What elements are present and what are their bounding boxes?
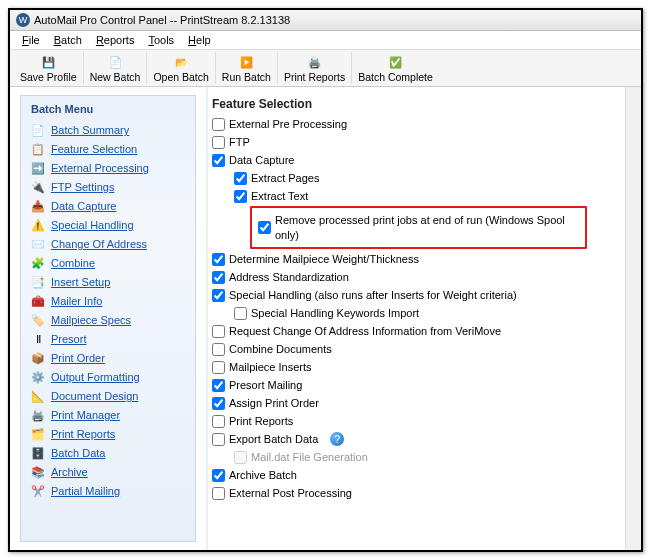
- run-batch-button[interactable]: ▶️ Run Batch: [216, 52, 278, 84]
- sidebar-item-label[interactable]: External Processing: [51, 160, 149, 177]
- sidebar-item-label[interactable]: Document Design: [51, 388, 138, 405]
- checkbox-print-reports[interactable]: [212, 415, 225, 428]
- menu-file[interactable]: FFileile: [16, 32, 46, 48]
- sidebar-item-feature-selection[interactable]: 📋Feature Selection: [23, 140, 193, 159]
- checkbox-export-batch-data[interactable]: [212, 433, 225, 446]
- checkbox-mailpiece-inserts[interactable]: [212, 361, 225, 374]
- toolbtn-label: Open Batch: [153, 71, 208, 83]
- menu-tools[interactable]: ToolsTools: [142, 32, 180, 48]
- feature-row-data-capture: Data Capture: [212, 151, 617, 169]
- sidebar-item-label[interactable]: Data Capture: [51, 198, 116, 215]
- sidebar-item-label[interactable]: Feature Selection: [51, 141, 137, 158]
- sidebar-item-ftp-settings[interactable]: 🔌FTP Settings: [23, 178, 193, 197]
- toolbtn-label: Run Batch: [222, 71, 271, 83]
- sidebar-item-insert-setup[interactable]: 📑Insert Setup: [23, 273, 193, 292]
- feature-label: Request Change Of Address Information fr…: [229, 324, 501, 339]
- sidebar-item-batch-data[interactable]: 🗄️Batch Data: [23, 444, 193, 463]
- feature-label: Determine Mailpiece Weight/Thickness: [229, 252, 419, 267]
- checkbox-archive-batch[interactable]: [212, 469, 225, 482]
- sidebar-item-combine[interactable]: 🧩Combine: [23, 254, 193, 273]
- sidebar-item-label[interactable]: Presort: [51, 331, 86, 348]
- checkbox-presort-mailing[interactable]: [212, 379, 225, 392]
- sidebar-item-label[interactable]: Mailer Info: [51, 293, 102, 310]
- sidebar-item-label[interactable]: Combine: [51, 255, 95, 272]
- feature-label: Special Handling (also runs after Insert…: [229, 288, 517, 303]
- batch-complete-button[interactable]: ✅ Batch Complete: [352, 52, 439, 84]
- highlighted-option: Remove processed print jobs at end of ru…: [250, 206, 587, 249]
- feature-label: Data Capture: [229, 153, 294, 168]
- sidebar-item-icon: ⚠️: [31, 219, 45, 233]
- sidebar-item-print-order[interactable]: 📦Print Order: [23, 349, 193, 368]
- checkbox-special-handling-keywords-import[interactable]: [234, 307, 247, 320]
- sidebar-item-change-of-address[interactable]: ✉️Change Of Address: [23, 235, 193, 254]
- feature-selection-panel: Feature Selection External Pre Processin…: [206, 87, 625, 550]
- sidebar-item-icon: 📄: [31, 124, 45, 138]
- checkbox-special-handling-also-runs-after-inserts-for-weight-criteria[interactable]: [212, 289, 225, 302]
- sidebar-item-print-reports[interactable]: 🗂️Print Reports: [23, 425, 193, 444]
- open-batch-button[interactable]: 📂 Open Batch: [147, 52, 215, 84]
- sidebar-item-external-processing[interactable]: ➡️External Processing: [23, 159, 193, 178]
- sidebar-item-label[interactable]: Print Manager: [51, 407, 120, 424]
- sidebar-item-icon: 🔌: [31, 181, 45, 195]
- sidebar-item-icon: 🖨️: [31, 409, 45, 423]
- feature-label: Special Handling Keywords Import: [251, 306, 419, 321]
- scrollbar-vertical[interactable]: [625, 87, 641, 550]
- sidebar-item-batch-summary[interactable]: 📄Batch Summary: [23, 121, 193, 140]
- sidebar-item-label[interactable]: Insert Setup: [51, 274, 110, 291]
- feature-label: Assign Print Order: [229, 396, 319, 411]
- sidebar-item-label[interactable]: Print Reports: [51, 426, 115, 443]
- sidebar-item-data-capture[interactable]: 📥Data Capture: [23, 197, 193, 216]
- checkbox-assign-print-order[interactable]: [212, 397, 225, 410]
- save-profile-button[interactable]: 💾 Save Profile: [14, 52, 84, 84]
- feature-label: Export Batch Data: [229, 432, 318, 447]
- sidebar-item-label[interactable]: Archive: [51, 464, 88, 481]
- checkbox-data-capture[interactable]: [212, 154, 225, 167]
- print-reports-button[interactable]: 🖨️ Print Reports: [278, 52, 352, 84]
- sidebar-item-archive[interactable]: 📚Archive: [23, 463, 193, 482]
- sidebar-item-label[interactable]: Partial Mailing: [51, 483, 120, 500]
- checkbox-determine-mailpiece-weight-thickness[interactable]: [212, 253, 225, 266]
- menu-batch[interactable]: BatchBatch: [48, 32, 88, 48]
- sidebar-item-output-formatting[interactable]: ⚙️Output Formatting: [23, 368, 193, 387]
- feature-row-extract-text: Extract Text: [234, 187, 617, 205]
- sidebar-item-partial-mailing[interactable]: ✂️Partial Mailing: [23, 482, 193, 501]
- sidebar-item-label[interactable]: Change Of Address: [51, 236, 147, 253]
- feature-row-request-change-of-address-information-from-verimove: Request Change Of Address Information fr…: [212, 322, 617, 340]
- sidebar-item-label[interactable]: Batch Data: [51, 445, 105, 462]
- checkbox-combine-documents[interactable]: [212, 343, 225, 356]
- feature-label: Combine Documents: [229, 342, 332, 357]
- feature-row-external-post-processing: External Post Processing: [212, 484, 617, 502]
- sidebar: Batch Menu 📄Batch Summary📋Feature Select…: [10, 87, 206, 550]
- sidebar-item-special-handling[interactable]: ⚠️Special Handling: [23, 216, 193, 235]
- checkbox-extract-pages[interactable]: [234, 172, 247, 185]
- help-icon[interactable]: ?: [330, 432, 344, 446]
- sidebar-item-mailpiece-specs[interactable]: 🏷️Mailpiece Specs: [23, 311, 193, 330]
- checkbox-address-standardization[interactable]: [212, 271, 225, 284]
- sidebar-item-icon: ➡️: [31, 162, 45, 176]
- feature-row-presort-mailing: Presort Mailing: [212, 376, 617, 394]
- sidebar-item-presort[interactable]: ⅡPresort: [23, 330, 193, 349]
- sidebar-item-label[interactable]: Mailpiece Specs: [51, 312, 131, 329]
- sidebar-item-icon: 🧩: [31, 257, 45, 271]
- sidebar-item-label[interactable]: Output Formatting: [51, 369, 140, 386]
- checkbox-ftp[interactable]: [212, 136, 225, 149]
- sidebar-item-label[interactable]: Batch Summary: [51, 122, 129, 139]
- window-title: AutoMail Pro Control Panel -- PrintStrea…: [34, 14, 290, 26]
- checkbox-extract-text[interactable]: [234, 190, 247, 203]
- checkbox-request-change-of-address-information-from-verimove[interactable]: [212, 325, 225, 338]
- sidebar-item-label[interactable]: FTP Settings: [51, 179, 114, 196]
- sidebar-item-icon: 🧰: [31, 295, 45, 309]
- feature-label: FTP: [229, 135, 250, 150]
- sidebar-item-label[interactable]: Print Order: [51, 350, 105, 367]
- checkbox-external-pre-processing[interactable]: [212, 118, 225, 131]
- new-batch-button[interactable]: 📄 New Batch: [84, 52, 148, 84]
- checkbox-external-post-processing[interactable]: [212, 487, 225, 500]
- sidebar-item-label[interactable]: Special Handling: [51, 217, 134, 234]
- sidebar-item-icon: 📑: [31, 276, 45, 290]
- sidebar-item-mailer-info[interactable]: 🧰Mailer Info: [23, 292, 193, 311]
- menu-help[interactable]: HelpHelp: [182, 32, 217, 48]
- menu-reports[interactable]: ReportsReports: [90, 32, 141, 48]
- checkbox-remove-processed-print-jobs-at-end-of-run-windows-spool-only[interactable]: [258, 221, 271, 234]
- sidebar-item-print-manager[interactable]: 🖨️Print Manager: [23, 406, 193, 425]
- sidebar-item-document-design[interactable]: 📐Document Design: [23, 387, 193, 406]
